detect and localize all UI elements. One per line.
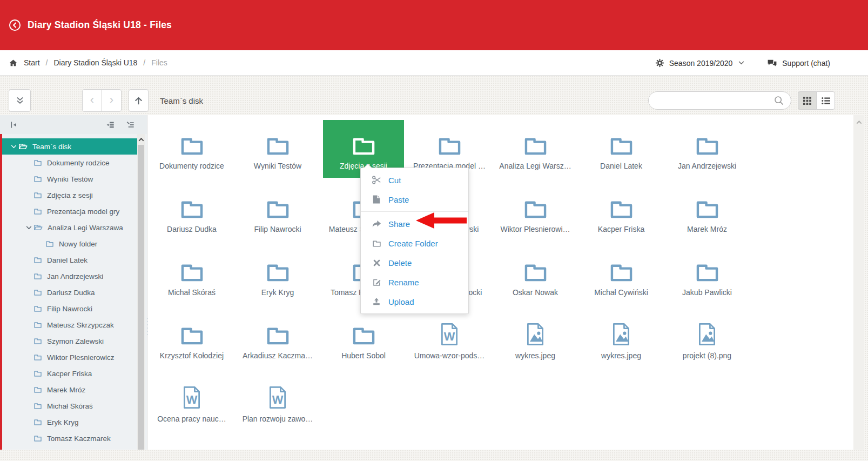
tree-item[interactable]: Zdjęcia z sesji [2,187,137,203]
menu-item-rename[interactable]: Rename [361,272,468,292]
file-tile-label: Jan Andrzejewski [667,162,748,170]
menu-item-paste[interactable]: Paste [361,190,468,209]
home-icon[interactable] [9,58,18,68]
history-back-button[interactable]: ‹ [82,89,102,112]
tree-item[interactable]: Dokumenty rodzice [2,155,137,171]
tree-item[interactable]: Eryk Kryg [2,414,137,430]
tree-item[interactable]: Tomasz Kaczmarek [2,430,137,446]
file-tile[interactable]: W projekt (8).png [667,310,748,368]
scroll-up-button[interactable] [853,115,864,129]
menu-item-upload[interactable]: Upload [361,292,468,311]
tree-item[interactable]: Szymon Zalewski [2,333,137,349]
menu-item-delete[interactable]: Delete [361,253,468,272]
file-tile[interactable]: W Hubert Sobol [323,310,404,368]
word-document-icon: W [267,385,288,410]
tree-item[interactable]: Kacper Friska [2,365,137,382]
tree-item-label: Eryk Kryg [47,418,79,426]
folder-icon [33,305,42,312]
breadcrumb-diary[interactable]: Diary Stadion Śląski U18 [53,58,137,67]
app-bar: Diary Stadion Śląski U18 - Files [0,0,868,50]
folder-icon [45,240,54,248]
tree-item[interactable]: Marek Mróz [2,382,137,398]
file-tile[interactable]: W Michał Cywiński [581,246,662,304]
tree-item[interactable]: Wyniki Testów [2,171,137,187]
double-chevron-down-icon [15,96,25,105]
tree-item[interactable]: Mateusz Skrzypczak [2,317,137,333]
search-box [648,91,791,110]
tree-item[interactable]: Jan Andrzejewski [2,268,137,284]
svg-text:W: W [186,393,198,406]
folder-icon [265,261,291,283]
folder-icon [351,324,376,346]
breadcrumb-start[interactable]: Start [24,58,40,67]
file-tile[interactable]: W Marek Mróz [667,183,748,241]
breadcrumb-right-actions: Season 2019/2020 Support (chat) [655,50,830,76]
file-tile[interactable]: W Kacper Friska [581,183,662,241]
tree-item[interactable]: Team`s disk [2,138,137,155]
file-tile[interactable]: W Filip Nawrocki [237,183,318,241]
tree-item[interactable]: Daniel Latek [2,252,137,268]
file-tile-label: Krzysztof Kołodziej [151,351,232,360]
word-document-icon: W [181,385,203,410]
tree-item-label: Daniel Latek [47,256,88,264]
tree-item[interactable]: Wiktor Plesnierowicz [2,349,137,365]
scrollbar-thumb[interactable] [138,145,144,450]
file-tile-label: Ocena pracy nauc… [151,415,232,423]
tree-item[interactable]: Michał Skóraś [2,398,137,414]
scroll-up-button[interactable] [137,134,145,145]
file-tile[interactable]: W Plan rozwoju zawo… [237,373,318,431]
file-tile-label: Wiktor Plesnierowi… [495,225,576,233]
file-tile[interactable]: W Eryk Kryg [237,246,318,304]
collapse-sidebar-icon[interactable] [10,121,18,129]
tree-item[interactable]: Dariusz Dudka [2,284,137,300]
file-tile[interactable]: W Jakub Pawlicki [667,246,748,304]
back-circle-icon[interactable] [9,19,21,31]
collapse-all-icon[interactable] [106,121,115,129]
file-tile[interactable]: W Wiktor Plesnierowi… [495,183,576,241]
file-tile[interactable]: W wykres.jpeg [581,310,662,368]
file-tile[interactable]: W Arkadiusz Kaczma… [237,310,318,368]
file-tile-label: Wyniki Testów [237,162,318,170]
file-tile[interactable]: W wykres.jpeg [495,310,576,368]
tree-item-label: Filip Nawrocki [47,305,92,313]
file-tile[interactable]: W Jan Andrzejewski [667,120,748,178]
file-tile[interactable]: W Analiza Legi Warsz… [495,120,576,178]
file-tile[interactable]: W Umowa-wzor-pods… [409,310,490,368]
main-scrollbar [853,115,864,450]
season-selector[interactable]: Season 2019/2020 [655,58,745,68]
folder-icon [33,418,42,426]
tree-item[interactable]: Nowy folder [2,236,137,252]
file-tile[interactable]: W Ocena pracy nauc… [151,373,232,431]
chevron-down-icon[interactable] [9,145,18,149]
breadcrumb-current: Files [151,58,167,67]
collapse-toolbar-button[interactable] [9,89,31,112]
tree-item-label: Kacper Friska [47,370,92,378]
grid-view-button[interactable] [798,91,817,110]
expand-all-icon[interactable] [126,121,135,129]
chevron-down-icon[interactable] [24,226,33,230]
file-tile[interactable]: W Michał Skóraś [151,246,232,304]
menu-item-cut[interactable]: Cut [361,170,468,190]
folder-icon [437,135,462,157]
tree-item-label: Michał Skóraś [47,402,93,410]
folder-icon [695,261,720,283]
file-tile[interactable]: W Krzysztof Kołodziej [151,310,232,368]
edit-icon [372,278,381,287]
folder-up-button[interactable] [129,89,149,112]
menu-item-create-folder[interactable]: Create Folder [361,233,468,253]
tree-item[interactable]: Prezentacja model gry [2,203,137,219]
folder-icon [33,256,42,264]
tree-item[interactable]: Analiza Legi Warszawa [2,219,137,236]
history-forward-button[interactable]: › [102,89,122,112]
search-input[interactable] [649,96,773,105]
file-tile[interactable]: W Dariusz Dudka [151,183,232,241]
file-tile[interactable]: W Dokumenty rodzice [151,120,232,178]
folder-icon [33,435,42,442]
list-view-button[interactable] [816,91,835,110]
menu-separator [361,211,468,212]
support-chat-button[interactable]: Support (chat) [767,59,830,68]
file-tile[interactable]: W Daniel Latek [581,120,662,178]
file-tile-label: Plan rozwoju zawo… [237,415,318,423]
file-tile[interactable]: W Wyniki Testów [237,120,318,178]
tree-item[interactable]: Filip Nawrocki [2,300,137,317]
